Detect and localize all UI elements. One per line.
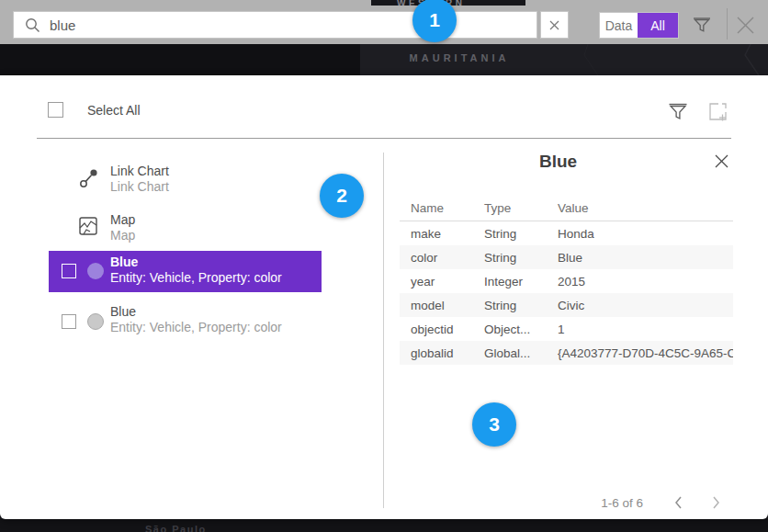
- map-background-bottom: São Paulo: [0, 519, 768, 532]
- search-scope-toggle: Data All: [599, 12, 679, 39]
- cell-value: Blue: [547, 251, 733, 265]
- pagination-label: 1-6 of 6: [601, 496, 643, 510]
- pagination-prev-button[interactable]: [672, 493, 685, 515]
- result-checkbox[interactable]: [62, 314, 76, 329]
- select-all-checkbox[interactable]: [48, 102, 63, 118]
- select-all-row: Select All: [48, 102, 141, 118]
- filter-funnel-icon: [668, 100, 688, 122]
- cell-name: year: [400, 275, 473, 289]
- search-icon: [25, 17, 40, 33]
- add-to-selection-button[interactable]: [707, 101, 729, 127]
- property-table: Name Type Value make String Honda color …: [400, 196, 733, 365]
- chevron-right-icon: [709, 493, 722, 512]
- cell-type: String: [473, 251, 547, 265]
- clear-icon: [549, 20, 559, 30]
- cell-type: Global...: [473, 346, 547, 360]
- cell-type: String: [473, 227, 547, 241]
- close-icon: [734, 14, 757, 37]
- entity-circle-icon: [87, 313, 104, 330]
- result-checkbox[interactable]: [62, 264, 76, 278]
- result-subtitle: Map: [110, 228, 135, 243]
- list-detail-divider: [383, 153, 384, 508]
- link-chart-icon: [78, 166, 100, 194]
- cell-value: 1: [547, 323, 733, 336]
- result-subtitle: Entity: Vehicle, Property: color: [110, 320, 282, 335]
- search-box: [13, 11, 537, 39]
- toggle-option-all[interactable]: All: [638, 13, 678, 38]
- detail-title: Blue: [400, 152, 717, 172]
- table-row: color String Blue: [400, 245, 733, 269]
- callout-1: 1: [412, 0, 457, 42]
- result-title: Map: [110, 212, 135, 228]
- filter-funnel-icon: [692, 15, 712, 35]
- result-subtitle: Entity: Vehicle, Property: color: [110, 270, 282, 286]
- result-title: Blue: [110, 255, 282, 270]
- table-row: globalid Global... {A4203777-D70D-4C5C-9…: [400, 341, 733, 365]
- select-all-label: Select All: [87, 103, 141, 118]
- cell-value: Honda: [547, 227, 733, 241]
- pagination-next-button[interactable]: [709, 493, 722, 515]
- search-results-screen: MAURITANIA São Paulo WESTERN Data: [0, 0, 768, 532]
- callout-2: 2: [320, 174, 364, 218]
- toolbar-filter-button[interactable]: [692, 15, 712, 39]
- map-label-sao-paulo: São Paulo: [145, 524, 207, 532]
- cell-value: Civic: [547, 299, 733, 312]
- toolbar-close-button[interactable]: [734, 14, 757, 40]
- result-item-blue-selected[interactable]: Blue Entity: Vehicle, Property: color: [49, 251, 322, 292]
- results-panel: Select All: [0, 75, 768, 519]
- cell-type: Object...: [473, 323, 547, 336]
- entity-circle-icon: [87, 263, 104, 279]
- result-title: Blue: [110, 304, 282, 320]
- col-header-type: Type: [473, 201, 547, 215]
- close-icon: [714, 153, 729, 169]
- cell-value: 2015: [547, 275, 733, 289]
- property-table-header: Name Type Value: [400, 196, 733, 221]
- cell-type: Integer: [473, 275, 547, 289]
- cell-name: color: [400, 251, 473, 265]
- chevron-left-icon: [672, 493, 685, 512]
- table-row: year Integer 2015: [400, 269, 733, 293]
- cell-name: globalid: [400, 346, 473, 360]
- map-label-mauritania: MAURITANIA: [349, 52, 570, 63]
- cell-type: String: [473, 299, 547, 312]
- result-item-link-chart[interactable]: Link Chart Link Chart: [49, 161, 322, 199]
- col-header-name: Name: [400, 201, 473, 215]
- cell-name: make: [400, 227, 473, 241]
- toggle-option-data[interactable]: Data: [600, 13, 638, 38]
- cell-name: model: [400, 299, 473, 312]
- panel-filter-button[interactable]: [668, 100, 688, 126]
- cell-name: objectid: [400, 323, 473, 336]
- result-title: Link Chart: [110, 164, 169, 179]
- result-item-blue[interactable]: Blue Entity: Vehicle, Property: color: [49, 301, 322, 340]
- result-subtitle: Link Chart: [110, 179, 169, 195]
- add-selection-icon: [707, 101, 729, 123]
- search-toolbar: WESTERN Data All: [0, 0, 768, 44]
- clear-search-button[interactable]: [540, 11, 569, 39]
- callout-3: 3: [472, 402, 516, 447]
- col-header-value: Value: [547, 201, 733, 215]
- table-row: model String Civic: [400, 293, 733, 317]
- result-item-map[interactable]: Map Map: [49, 209, 322, 248]
- cell-value: {A4203777-D70D-4C5C-9A65-C...: [547, 346, 733, 360]
- detail-close-button[interactable]: [714, 153, 729, 173]
- map-icon: [78, 215, 98, 241]
- pagination: 1-6 of 6: [514, 493, 735, 515]
- search-input[interactable]: [50, 17, 536, 33]
- table-row: make String Honda: [400, 221, 733, 245]
- panel-header-divider: [37, 138, 731, 139]
- toolbar-divider: [727, 8, 728, 40]
- table-row: objectid Object... 1: [400, 317, 733, 341]
